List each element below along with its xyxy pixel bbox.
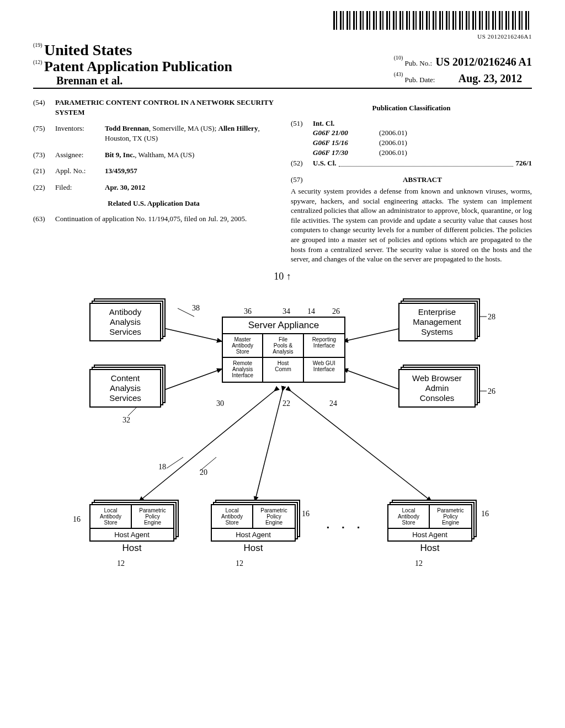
filed-label: Filed: bbox=[55, 183, 105, 192]
pub-type: Patent Application Publication bbox=[44, 58, 232, 74]
cell-file-pools-analysis: File Pools & Analysis bbox=[263, 334, 303, 358]
ref-32: 32 bbox=[122, 416, 130, 425]
pubno-label: Pub. No.: bbox=[405, 59, 432, 67]
inventors: Todd Brennan, Somerville, MA (US); Allen… bbox=[105, 124, 274, 143]
ref-12c: 12 bbox=[415, 559, 423, 568]
uscl-value: 726/1 bbox=[515, 159, 532, 167]
pub-date: Aug. 23, 2012 bbox=[459, 72, 523, 84]
related-app: Continuation of application No. 11/194,0… bbox=[55, 214, 274, 224]
ref-30: 30 bbox=[216, 399, 224, 408]
host-agent-label: Host Agent bbox=[90, 529, 173, 540]
ref-24: 24 bbox=[329, 399, 337, 408]
cell-local-antibody-store: Local Antibody Store bbox=[212, 505, 253, 529]
assignee-label: Assignee: bbox=[55, 150, 105, 160]
author-line: Brennan et al. bbox=[56, 74, 232, 87]
ellipsis-icon: ▪ ▪ ▪ bbox=[327, 523, 365, 531]
host-block-3: Local Antibody Store Parametric Policy E… bbox=[387, 504, 472, 554]
ref-28: 28 bbox=[488, 313, 495, 322]
box-antibody-services: Antibody Analysis Services bbox=[89, 303, 161, 341]
host-agent-box: Local Antibody Store Parametric Policy E… bbox=[387, 504, 472, 542]
appl-number: 13/459,957 bbox=[105, 166, 274, 176]
intcl-row: G06F 15/16(2006.01) bbox=[313, 138, 532, 148]
inventors-label: Inventors: bbox=[55, 124, 105, 143]
ref-20: 20 bbox=[200, 468, 207, 477]
dot-leader bbox=[339, 159, 514, 167]
intcl-row: G06F 21/00(2006.01) bbox=[313, 128, 532, 138]
filed-date: Apr. 30, 2012 bbox=[105, 183, 274, 192]
code-57: (57) bbox=[291, 175, 313, 185]
bibliographic-data: (54) PARAMETRIC CONTENT CONTROL IN A NET… bbox=[33, 98, 532, 264]
right-column: Publication Classification (51) Int. Cl.… bbox=[291, 98, 532, 264]
cell-parametric-policy-engine: Parametric Policy Engine bbox=[253, 505, 295, 529]
code-12: (12) bbox=[33, 59, 42, 65]
cell-master-antibody-store: Master Antibody Store bbox=[223, 334, 263, 358]
header-right: (10) Pub. No.: US 2012/0216246 A1 (43) P… bbox=[394, 53, 532, 87]
code-75: (75) bbox=[33, 124, 55, 143]
svg-line-6 bbox=[291, 391, 431, 501]
intcl-label: Int. Cl. bbox=[313, 119, 532, 129]
inventor-2: Allen Hillery bbox=[218, 124, 258, 132]
ref-10: 10 ↑ bbox=[274, 271, 291, 282]
code-22: (22) bbox=[33, 183, 55, 192]
ref-26a: 26 bbox=[332, 307, 340, 316]
host-block-2: Local Antibody Store Parametric Policy E… bbox=[211, 504, 296, 554]
box-server-appliance: Server Appliance Master Antibody Store F… bbox=[222, 317, 345, 383]
host-label: Host bbox=[211, 543, 296, 554]
cell-reporting-interface: Reporting Interface bbox=[304, 334, 344, 358]
code-54: (54) bbox=[33, 98, 55, 117]
host-agent-box: Local Antibody Store Parametric Policy E… bbox=[211, 504, 296, 542]
box-content-services: Content Analysis Services bbox=[89, 369, 161, 408]
ref-16c: 16 bbox=[481, 510, 489, 518]
barcode-icon bbox=[333, 11, 532, 30]
header-left: (19) United States (12) Patent Applicati… bbox=[33, 42, 232, 87]
ref-34: 34 bbox=[282, 307, 290, 316]
figure-1: 10 ↑ bbox=[33, 286, 532, 595]
abstract-text: A security system provides a defense fro… bbox=[291, 186, 532, 264]
svg-line-11 bbox=[167, 457, 183, 468]
code-51: (51) bbox=[291, 119, 313, 157]
abstract-heading: ABSTRACT bbox=[313, 175, 532, 185]
ref-22: 22 bbox=[282, 399, 290, 408]
cell-web-gui-interface: Web GUI Interface bbox=[304, 358, 344, 382]
code-52: (52) bbox=[291, 158, 313, 168]
cell-remote-analysis-interface: Remote Analysis Interface bbox=[223, 358, 263, 382]
patent-page: US 20120216246A1 (19) United States (12)… bbox=[0, 0, 565, 728]
uscl-label: U.S. Cl. bbox=[313, 159, 337, 167]
barcode-area: US 20120216246A1 bbox=[33, 11, 532, 40]
cell-local-antibody-store: Local Antibody Store bbox=[90, 505, 132, 529]
svg-line-3 bbox=[343, 369, 404, 391]
cell-parametric-policy-engine: Parametric Policy Engine bbox=[132, 505, 173, 529]
code-10: (10) bbox=[394, 55, 403, 61]
ref-12b: 12 bbox=[236, 559, 243, 568]
svg-line-4 bbox=[139, 391, 274, 501]
ref-14: 14 bbox=[307, 307, 315, 316]
assignee-loc: , Waltham, MA (US) bbox=[135, 151, 194, 159]
host-block-1: Local Antibody Store Parametric Policy E… bbox=[89, 504, 174, 554]
related-heading: Related U.S. Application Data bbox=[33, 199, 274, 208]
assignee: Bit 9, Inc., Waltham, MA (US) bbox=[105, 150, 274, 160]
svg-line-2 bbox=[343, 328, 404, 341]
box-enterprise-mgmt: Enterprise Management Systems bbox=[398, 303, 476, 341]
invention-title: PARAMETRIC CONTENT CONTROL IN A NETWORK … bbox=[55, 98, 274, 117]
code-21: (21) bbox=[33, 166, 55, 176]
ref-36: 36 bbox=[244, 307, 252, 316]
server-title: Server Appliance bbox=[223, 318, 344, 333]
host-label: Host bbox=[387, 543, 472, 554]
cell-parametric-policy-engine: Parametric Policy Engine bbox=[430, 505, 471, 529]
cell-local-antibody-store: Local Antibody Store bbox=[388, 505, 430, 529]
pubdate-label: Pub. Date: bbox=[405, 76, 435, 84]
code-63: (63) bbox=[33, 214, 55, 224]
assignee-name: Bit 9, Inc. bbox=[105, 151, 135, 159]
ref-12a: 12 bbox=[117, 559, 125, 568]
ref-26b: 26 bbox=[488, 387, 495, 396]
code-19: (19) bbox=[33, 42, 42, 48]
ref-18: 18 bbox=[158, 463, 166, 472]
ref-16a: 16 bbox=[73, 515, 81, 524]
svg-line-5 bbox=[255, 391, 282, 501]
code-73: (73) bbox=[33, 150, 55, 160]
left-column: (54) PARAMETRIC CONTENT CONTROL IN A NET… bbox=[33, 98, 274, 264]
barcode-label: US 20120216246A1 bbox=[33, 33, 532, 40]
svg-line-1 bbox=[161, 369, 222, 391]
box-web-browser-consoles: Web Browser Admin Consoles bbox=[398, 369, 476, 408]
pub-number: US 2012/0216246 A1 bbox=[436, 56, 532, 68]
